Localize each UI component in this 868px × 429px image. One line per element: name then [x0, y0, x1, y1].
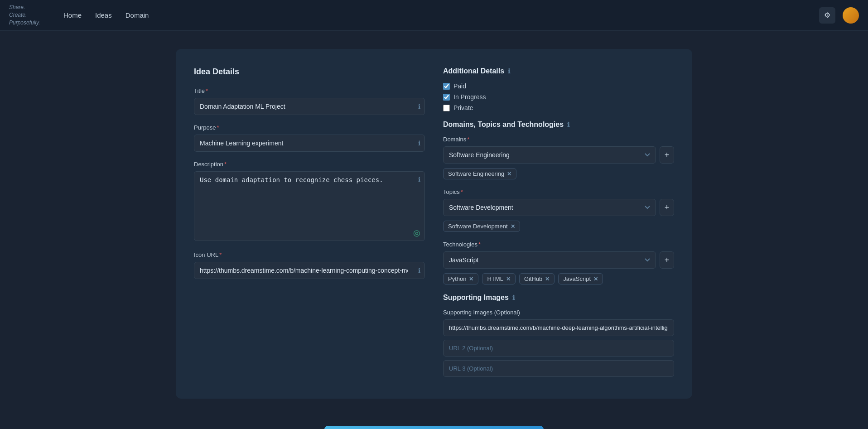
topic-tag-label: Software Development [448, 223, 508, 230]
in-progress-checkbox[interactable] [443, 94, 450, 101]
supporting-images-info-icon[interactable]: ℹ [512, 294, 515, 301]
main-content: Idea Details Title* ℹ Purpose* ℹ [0, 31, 868, 417]
tech-tag-python: Python ✕ [443, 273, 478, 284]
tech-tag-html-close[interactable]: ✕ [506, 276, 511, 282]
title-input-wrapper: ℹ [194, 98, 425, 115]
domains-info-icon[interactable]: ℹ [567, 121, 569, 128]
title-info-icon[interactable]: ℹ [418, 103, 420, 110]
technologies-tags-row: Python ✕ HTML ✕ GitHub ✕ JavaScript ✕ [443, 273, 674, 284]
supporting-images-title: Supporting Images ℹ [443, 294, 674, 302]
domains-add-button[interactable]: + [660, 146, 674, 164]
domain-tag-label: Software Engineering [448, 170, 504, 177]
topics-tags-row: Software Development ✕ [443, 221, 674, 232]
supporting-image-url3[interactable] [443, 360, 674, 377]
supporting-image-url1[interactable] [443, 319, 674, 336]
form-card: Idea Details Title* ℹ Purpose* ℹ [176, 49, 692, 399]
domains-tags-row: Software Engineering ✕ [443, 168, 674, 179]
tech-tag-javascript: JavaScript ✕ [558, 273, 603, 284]
description-label: Description* [194, 161, 425, 168]
domains-select[interactable]: Software Engineering [443, 146, 656, 164]
footer-bar: Create Idea [0, 417, 868, 429]
icon-url-input-wrapper: ℹ [194, 262, 425, 279]
topic-tag-close[interactable]: ✕ [511, 223, 515, 230]
technologies-group: Technologies* JavaScript + Python ✕ HTML [443, 241, 674, 284]
title-group: Title* ℹ [194, 87, 425, 115]
nav-domain[interactable]: Domain [125, 10, 149, 21]
paid-checkbox-item[interactable]: Paid [443, 82, 674, 90]
private-checkbox[interactable] [443, 105, 450, 111]
icon-url-info-icon[interactable]: ℹ [418, 267, 420, 274]
title-label: Title* [194, 87, 425, 94]
paid-label: Paid [453, 82, 466, 90]
domain-tag-close[interactable]: ✕ [507, 171, 511, 177]
tech-tag-python-label: Python [448, 275, 466, 282]
navbar: Share. Create. Purposefully. Home Ideas … [0, 0, 868, 31]
tech-tag-github-close[interactable]: ✕ [545, 276, 550, 282]
icon-url-group: Icon URL* ℹ [194, 251, 425, 279]
tech-tag-html: HTML ✕ [482, 273, 515, 284]
description-textarea-wrapper: ℹ ◎ [194, 171, 425, 242]
supporting-image-url2[interactable] [443, 340, 674, 357]
tech-tag-python-close[interactable]: ✕ [469, 276, 473, 282]
topics-select[interactable]: Software Development [443, 199, 656, 216]
additional-details-title: Additional Details ℹ [443, 67, 674, 75]
domains-section-title: Domains, Topics and Technologies ℹ [443, 121, 674, 129]
title-input[interactable] [194, 98, 425, 115]
paid-checkbox[interactable] [443, 83, 450, 90]
user-avatar[interactable] [843, 7, 859, 24]
topics-group: Topics* Software Development + Software … [443, 188, 674, 232]
domain-tag-software-engineering: Software Engineering ✕ [443, 168, 516, 179]
technologies-select[interactable]: JavaScript [443, 251, 656, 269]
topic-tag-software-development: Software Development ✕ [443, 221, 520, 232]
topics-select-row: Software Development + [443, 199, 674, 216]
nav-ideas[interactable]: Ideas [95, 10, 112, 21]
tech-tag-javascript-label: JavaScript [563, 275, 591, 282]
icon-url-label: Icon URL* [194, 251, 425, 258]
topics-add-button[interactable]: + [660, 199, 674, 216]
checkboxes-group: Paid In Progress Private [443, 82, 674, 111]
nav-home[interactable]: Home [63, 10, 82, 21]
additional-info-icon[interactable]: ℹ [508, 67, 510, 75]
topics-field-label: Topics* [443, 188, 674, 195]
private-checkbox-item[interactable]: Private [443, 104, 674, 111]
domains-field-label: Domains* [443, 136, 674, 143]
technologies-field-label: Technologies* [443, 241, 674, 248]
domains-group: Domains* Software Engineering + Software… [443, 136, 674, 179]
icon-url-input[interactable] [194, 262, 425, 279]
nav-right: ⚙ [819, 7, 859, 24]
description-info-icon[interactable]: ℹ [418, 176, 420, 183]
purpose-input[interactable] [194, 135, 425, 152]
purpose-info-icon[interactable]: ℹ [418, 140, 420, 147]
purpose-group: Purpose* ℹ [194, 124, 425, 152]
idea-details-title: Idea Details [194, 67, 425, 77]
in-progress-checkbox-item[interactable]: In Progress [443, 93, 674, 101]
tech-tag-html-label: HTML [487, 275, 503, 282]
nav-links: Home Ideas Domain [63, 10, 819, 21]
left-panel: Idea Details Title* ℹ Purpose* ℹ [194, 67, 425, 381]
tech-tag-javascript-close[interactable]: ✕ [593, 276, 598, 282]
tech-tag-github-label: GitHub [524, 275, 542, 282]
technologies-select-row: JavaScript + [443, 251, 674, 269]
purpose-input-wrapper: ℹ [194, 135, 425, 152]
technologies-add-button[interactable]: + [660, 251, 674, 269]
purpose-label: Purpose* [194, 124, 425, 131]
create-idea-button[interactable]: Create Idea [324, 426, 544, 429]
domains-select-row: Software Engineering + [443, 146, 674, 164]
tech-tag-github: GitHub ✕ [519, 273, 555, 284]
settings-button[interactable]: ⚙ [819, 7, 835, 24]
in-progress-label: In Progress [453, 93, 486, 101]
private-label: Private [453, 104, 473, 111]
description-textarea[interactable] [194, 171, 425, 241]
brand-text: Share. Create. Purposefully. [9, 4, 45, 26]
description-group: Description* ℹ ◎ [194, 161, 425, 242]
right-panel: Additional Details ℹ Paid In Progress Pr… [443, 67, 674, 381]
description-ai-icon[interactable]: ◎ [413, 228, 420, 238]
supporting-images-label: Supporting Images (Optional) [443, 309, 674, 316]
